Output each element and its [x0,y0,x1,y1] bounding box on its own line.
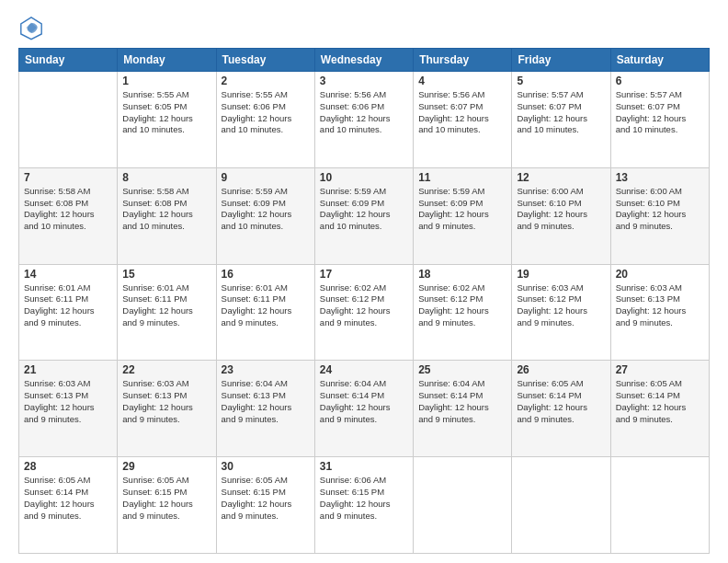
page: SundayMondayTuesdayWednesdayThursdayFrid… [0,0,728,563]
calendar-cell: 15Sunrise: 6:01 AM Sunset: 6:11 PM Dayli… [118,264,216,361]
day-info: Sunrise: 5:57 AM Sunset: 6:07 PM Dayligh… [517,89,605,136]
day-number: 21 [24,363,112,376]
day-number: 13 [616,171,704,184]
calendar-cell: 3Sunrise: 5:56 AM Sunset: 6:06 PM Daylig… [314,72,413,168]
calendar-cell: 20Sunrise: 6:03 AM Sunset: 6:13 PM Dayli… [610,264,709,361]
calendar-cell: 19Sunrise: 6:03 AM Sunset: 6:12 PM Dayli… [512,264,610,361]
calendar-cell: 22Sunrise: 6:03 AM Sunset: 6:13 PM Dayli… [118,361,216,457]
day-info: Sunrise: 5:59 AM Sunset: 6:09 PM Dayligh… [320,186,408,233]
calendar-cell: 10Sunrise: 5:59 AM Sunset: 6:09 PM Dayli… [314,167,413,264]
day-number: 10 [320,171,408,184]
calendar-cell [19,72,118,168]
day-info: Sunrise: 5:55 AM Sunset: 6:06 PM Dayligh… [222,89,310,136]
day-number: 4 [418,75,506,87]
day-number: 17 [320,268,408,281]
day-number: 25 [418,363,506,376]
day-number: 16 [222,268,310,281]
day-info: Sunrise: 6:02 AM Sunset: 6:12 PM Dayligh… [418,282,506,329]
day-number: 6 [616,75,704,87]
day-number: 23 [222,363,310,376]
day-number: 2 [222,75,310,87]
day-info: Sunrise: 5:56 AM Sunset: 6:07 PM Dayligh… [418,89,506,136]
day-info: Sunrise: 6:01 AM Sunset: 6:11 PM Dayligh… [122,282,210,329]
col-header-monday: Monday [118,49,216,72]
day-info: Sunrise: 6:01 AM Sunset: 6:11 PM Dayligh… [222,282,310,329]
day-info: Sunrise: 6:05 AM Sunset: 6:14 PM Dayligh… [517,378,605,425]
day-info: Sunrise: 5:58 AM Sunset: 6:08 PM Dayligh… [24,186,112,233]
calendar-cell: 9Sunrise: 5:59 AM Sunset: 6:09 PM Daylig… [216,167,314,264]
calendar-week-row: 1Sunrise: 5:55 AM Sunset: 6:05 PM Daylig… [19,72,710,168]
day-number: 14 [24,268,112,281]
calendar-cell: 25Sunrise: 6:04 AM Sunset: 6:14 PM Dayli… [414,361,512,457]
calendar-cell: 29Sunrise: 6:05 AM Sunset: 6:15 PM Dayli… [118,457,216,554]
calendar-cell: 1Sunrise: 5:55 AM Sunset: 6:05 PM Daylig… [118,72,216,168]
day-number: 22 [122,363,210,376]
calendar-cell: 4Sunrise: 5:56 AM Sunset: 6:07 PM Daylig… [414,72,512,168]
calendar-week-row: 14Sunrise: 6:01 AM Sunset: 6:11 PM Dayli… [19,264,710,361]
day-info: Sunrise: 6:05 AM Sunset: 6:14 PM Dayligh… [616,378,704,425]
day-number: 27 [616,363,704,376]
calendar-table: SundayMondayTuesdayWednesdayThursdayFrid… [18,48,710,554]
day-number: 3 [320,75,408,87]
day-number: 19 [517,268,605,281]
day-number: 18 [418,268,506,281]
col-header-wednesday: Wednesday [314,49,413,72]
col-header-saturday: Saturday [610,49,709,72]
day-number: 20 [616,268,704,281]
calendar-cell: 14Sunrise: 6:01 AM Sunset: 6:11 PM Dayli… [19,264,118,361]
day-info: Sunrise: 6:03 AM Sunset: 6:13 PM Dayligh… [616,282,704,329]
calendar-cell: 13Sunrise: 6:00 AM Sunset: 6:10 PM Dayli… [610,167,709,264]
logo-icon [18,15,44,40]
calendar-week-row: 28Sunrise: 6:05 AM Sunset: 6:14 PM Dayli… [19,457,710,554]
day-number: 31 [320,460,408,473]
day-info: Sunrise: 5:55 AM Sunset: 6:05 PM Dayligh… [122,89,210,136]
calendar-cell: 17Sunrise: 6:02 AM Sunset: 6:12 PM Dayli… [314,264,413,361]
col-header-friday: Friday [512,49,610,72]
calendar-cell: 26Sunrise: 6:05 AM Sunset: 6:14 PM Dayli… [512,361,610,457]
day-info: Sunrise: 5:58 AM Sunset: 6:08 PM Dayligh… [122,186,210,233]
calendar-header-row: SundayMondayTuesdayWednesdayThursdayFrid… [19,49,710,72]
day-info: Sunrise: 6:02 AM Sunset: 6:12 PM Dayligh… [320,282,408,329]
calendar-cell [610,457,709,554]
day-number: 1 [122,75,210,87]
calendar-cell: 12Sunrise: 6:00 AM Sunset: 6:10 PM Dayli… [512,167,610,264]
day-info: Sunrise: 6:03 AM Sunset: 6:13 PM Dayligh… [24,378,112,425]
day-number: 9 [222,171,310,184]
calendar-cell: 30Sunrise: 6:05 AM Sunset: 6:15 PM Dayli… [216,457,314,554]
day-info: Sunrise: 6:03 AM Sunset: 6:13 PM Dayligh… [122,378,210,425]
day-info: Sunrise: 6:04 AM Sunset: 6:14 PM Dayligh… [320,378,408,425]
day-number: 24 [320,363,408,376]
day-number: 7 [24,171,112,184]
day-number: 30 [222,460,310,473]
day-number: 26 [517,363,605,376]
day-number: 29 [122,460,210,473]
day-info: Sunrise: 6:05 AM Sunset: 6:14 PM Dayligh… [24,475,112,522]
col-header-sunday: Sunday [19,49,118,72]
day-number: 12 [517,171,605,184]
calendar-cell: 16Sunrise: 6:01 AM Sunset: 6:11 PM Dayli… [216,264,314,361]
calendar-cell [414,457,512,554]
calendar-week-row: 7Sunrise: 5:58 AM Sunset: 6:08 PM Daylig… [19,167,710,264]
header [18,15,710,40]
day-info: Sunrise: 5:57 AM Sunset: 6:07 PM Dayligh… [616,89,704,136]
calendar-cell: 21Sunrise: 6:03 AM Sunset: 6:13 PM Dayli… [19,361,118,457]
day-info: Sunrise: 5:59 AM Sunset: 6:09 PM Dayligh… [222,186,310,233]
day-number: 8 [122,171,210,184]
calendar-cell: 6Sunrise: 5:57 AM Sunset: 6:07 PM Daylig… [610,72,709,168]
calendar-cell: 2Sunrise: 5:55 AM Sunset: 6:06 PM Daylig… [216,72,314,168]
calendar-cell: 31Sunrise: 6:06 AM Sunset: 6:15 PM Dayli… [314,457,413,554]
calendar-cell: 28Sunrise: 6:05 AM Sunset: 6:14 PM Dayli… [19,457,118,554]
day-number: 28 [24,460,112,473]
day-info: Sunrise: 6:00 AM Sunset: 6:10 PM Dayligh… [616,186,704,233]
col-header-thursday: Thursday [414,49,512,72]
day-info: Sunrise: 6:03 AM Sunset: 6:12 PM Dayligh… [517,282,605,329]
calendar-cell: 23Sunrise: 6:04 AM Sunset: 6:13 PM Dayli… [216,361,314,457]
day-info: Sunrise: 5:56 AM Sunset: 6:06 PM Dayligh… [320,89,408,136]
day-number: 11 [418,171,506,184]
day-number: 5 [517,75,605,87]
day-info: Sunrise: 6:06 AM Sunset: 6:15 PM Dayligh… [320,475,408,522]
calendar-cell: 11Sunrise: 5:59 AM Sunset: 6:09 PM Dayli… [414,167,512,264]
calendar-cell: 8Sunrise: 5:58 AM Sunset: 6:08 PM Daylig… [118,167,216,264]
calendar-cell [512,457,610,554]
calendar-cell: 24Sunrise: 6:04 AM Sunset: 6:14 PM Dayli… [314,361,413,457]
